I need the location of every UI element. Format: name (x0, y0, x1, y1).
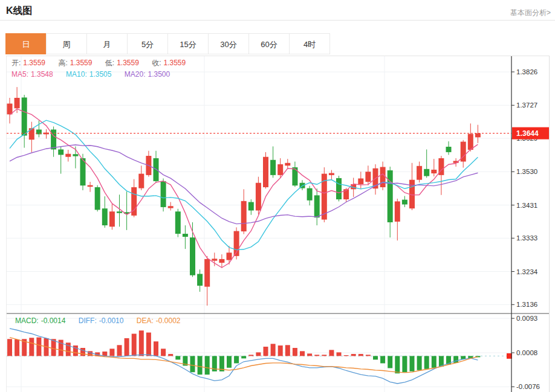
macd-bar (80, 348, 85, 356)
macd-bar (198, 356, 203, 374)
macd-bar (227, 356, 232, 367)
candle-body (65, 154, 71, 157)
macd-bar (300, 351, 305, 356)
macd-bar (175, 356, 180, 359)
macd-bar (373, 356, 378, 359)
candle-body (22, 97, 27, 135)
candle-body (183, 234, 188, 237)
macd-bar (132, 334, 137, 356)
macd-bar (388, 356, 392, 368)
tab-日[interactable]: 日 (5, 33, 47, 54)
candle-body (388, 170, 393, 222)
candle-body (7, 103, 13, 114)
macd-axis-tick-label: -0.0076 (516, 383, 540, 390)
candle-body (117, 211, 122, 213)
candle-body (358, 178, 363, 184)
macd-bar (344, 355, 349, 356)
tab-4时[interactable]: 4时 (289, 33, 330, 54)
candle-body (380, 167, 386, 187)
macd-axis-tick-label: 0.0093 (516, 315, 537, 322)
candle-body (138, 174, 144, 188)
y-axis-tick-label: 1.3431 (516, 202, 537, 209)
y-axis-tick-label: 1.3530 (516, 168, 537, 175)
macd-bar (248, 355, 253, 356)
candle-body (219, 259, 224, 263)
macd-bar (234, 356, 239, 363)
macd-bar (402, 356, 407, 372)
tab-5分[interactable]: 5分 (127, 33, 168, 54)
candle-body (424, 169, 429, 176)
candle-body (307, 188, 313, 201)
candle-body (197, 274, 203, 286)
interval-tabbar: 日周月5分15分30分60分4时 (6, 33, 330, 54)
chart-container[interactable]: 1.38261.37271.36291.35301.34311.33331.32… (6, 56, 550, 392)
candle-body (102, 208, 108, 225)
y-axis-tick-label: 1.3136 (516, 301, 537, 308)
macd-bar (307, 353, 312, 356)
macd-bar (205, 356, 210, 374)
y-axis-tick-label: 1.3234 (516, 268, 538, 275)
candle-body (395, 201, 400, 222)
macd-bar (329, 350, 334, 356)
macd-bar (285, 345, 290, 356)
tab-30分[interactable]: 30分 (208, 33, 249, 54)
tab-15分[interactable]: 15分 (167, 33, 209, 54)
macd-bar (256, 352, 261, 356)
macd-bar (366, 355, 371, 356)
macd-bar (139, 330, 144, 356)
macd-bar (351, 354, 356, 356)
candle-body (161, 181, 166, 207)
candle-body (336, 178, 342, 199)
macd-bar (337, 352, 342, 356)
tab-月[interactable]: 月 (86, 33, 128, 54)
macd-bar (154, 341, 158, 356)
macd-bar (109, 349, 114, 356)
candle-body (285, 163, 290, 165)
y-axis-tick-label: 1.3333 (516, 234, 537, 242)
macd-bar (395, 356, 400, 373)
candle-body (270, 160, 276, 175)
macd-bar (278, 345, 283, 356)
current-price-badge-label: 1.3644 (516, 129, 539, 138)
candle-body (227, 252, 232, 260)
macd-bar (190, 356, 195, 372)
fundamental-analysis-link[interactable]: 基本面分析> (510, 8, 551, 18)
candle-body (88, 185, 93, 187)
candle-body (241, 201, 247, 231)
candle-body (365, 172, 371, 182)
candle-body (446, 147, 452, 152)
macd-bar (424, 356, 429, 368)
tab-周[interactable]: 周 (46, 33, 87, 54)
macd-bar (125, 338, 129, 356)
macd-bar (161, 349, 166, 356)
candle-body (15, 98, 20, 108)
candle-body (204, 259, 210, 287)
macd-bar (293, 348, 297, 356)
macd-bar (29, 338, 34, 356)
candle-body (475, 133, 481, 138)
macd-bar (168, 354, 173, 356)
candle-body (417, 166, 422, 180)
macd-bar (241, 356, 246, 358)
page-header: K线图 基本面分析> (0, 0, 555, 21)
candle-body (431, 170, 437, 173)
y-axis-tick-label: 1.3826 (516, 68, 537, 76)
candle-body (314, 195, 320, 217)
candle-body (468, 134, 473, 150)
candle-body (51, 129, 56, 149)
macd-bar (15, 339, 19, 356)
macd-bar (322, 355, 326, 356)
macd-bar (36, 338, 41, 356)
macd-bar (7, 339, 12, 356)
tab-60分[interactable]: 60分 (248, 33, 290, 54)
macd-axis-tick-label: 0.0008 (516, 349, 537, 356)
candle-body (329, 173, 334, 175)
chart-canvas[interactable]: 1.38261.37271.36291.35301.34311.33331.32… (7, 56, 549, 392)
macd-bar (146, 333, 151, 356)
macd-bar (359, 354, 363, 356)
candles-layer (7, 87, 481, 306)
candle-body (95, 187, 100, 210)
candle-body (402, 200, 407, 205)
candle-body (175, 211, 181, 234)
macd-bar (410, 356, 415, 371)
